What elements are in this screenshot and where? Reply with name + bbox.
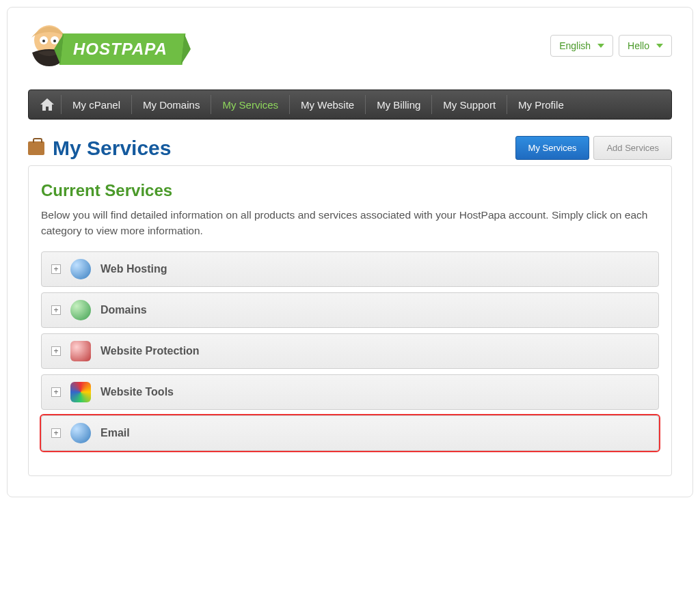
services-panel: Current Services Below you will find det…	[28, 165, 672, 476]
category-row-web-hosting[interactable]: + Web Hosting	[41, 251, 659, 287]
page-title: My Services	[53, 137, 171, 160]
app-container: HOSTPAPA English Hello My cPanel My Doma…	[7, 7, 693, 497]
header-controls: English Hello	[550, 35, 672, 57]
expand-icon: +	[51, 387, 61, 397]
nav-my-cpanel[interactable]: My cPanel	[62, 95, 132, 114]
category-label: Domains	[100, 304, 147, 316]
main-nav: My cPanel My Domains My Services My Webs…	[28, 89, 672, 120]
svg-point-4	[53, 40, 56, 42]
category-row-email[interactable]: + Email	[41, 415, 659, 451]
globe-server-icon	[70, 259, 91, 279]
brand-banner: HOSTPAPA	[59, 33, 186, 65]
user-label: Hello	[628, 40, 649, 51]
language-dropdown[interactable]: English	[550, 35, 613, 57]
category-label: Web Hosting	[100, 263, 167, 275]
tab-add-services[interactable]: Add Services	[593, 136, 672, 160]
tools-icon	[70, 382, 91, 402]
service-tabs: My Services Add Services	[515, 136, 672, 160]
nav-my-domains[interactable]: My Domains	[132, 95, 211, 114]
expand-icon: +	[51, 346, 61, 356]
brand-logo[interactable]: HOSTPAPA	[28, 21, 185, 76]
globe-plus-icon	[70, 300, 91, 320]
caret-down-icon	[656, 44, 663, 48]
home-icon	[40, 98, 54, 111]
header-row: HOSTPAPA English Hello	[28, 14, 672, 89]
expand-icon: +	[51, 428, 61, 438]
expand-icon: +	[51, 264, 61, 274]
nav-my-billing[interactable]: My Billing	[366, 95, 432, 114]
category-label: Website Tools	[100, 386, 174, 398]
section-title: Current Services	[41, 181, 659, 200]
category-row-domains[interactable]: + Domains	[41, 292, 659, 328]
section-description: Below you will find detailed information…	[41, 207, 659, 239]
expand-icon: +	[51, 305, 61, 315]
svg-point-2	[42, 40, 45, 42]
nav-my-website[interactable]: My Website	[290, 95, 366, 114]
nav-my-profile[interactable]: My Profile	[507, 95, 575, 114]
page-header: My Services My Services Add Services	[28, 136, 672, 160]
briefcase-icon	[28, 141, 44, 155]
category-row-website-protection[interactable]: + Website Protection	[41, 333, 659, 369]
user-dropdown[interactable]: Hello	[619, 35, 672, 57]
shield-check-icon	[70, 341, 91, 361]
caret-down-icon	[597, 44, 604, 48]
tab-my-services[interactable]: My Services	[515, 136, 590, 160]
language-label: English	[559, 40, 591, 51]
nav-home[interactable]	[33, 95, 62, 114]
category-row-website-tools[interactable]: + Website Tools	[41, 374, 659, 410]
category-label: Website Protection	[100, 345, 200, 357]
nav-my-services[interactable]: My Services	[211, 95, 290, 114]
globe-mail-icon	[70, 423, 91, 443]
brand-name: HOSTPAPA	[73, 40, 167, 59]
category-label: Email	[100, 427, 130, 439]
nav-my-support[interactable]: My Support	[432, 95, 507, 114]
page-title-wrap: My Services	[28, 137, 171, 160]
